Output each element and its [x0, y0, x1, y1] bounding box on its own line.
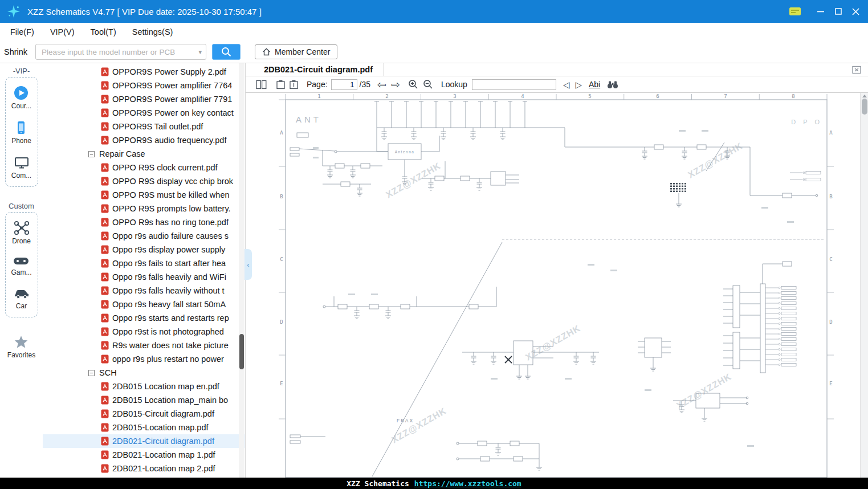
license-card-icon[interactable]	[789, 6, 801, 17]
sidebar-item-car[interactable]: Car	[14, 287, 30, 310]
tree-item[interactable]: oppo r9s plus restart no power	[43, 352, 245, 366]
tree-item[interactable]: OPPO R9S prompts low battery.	[43, 202, 245, 215]
tree-item-label: oppo r9s plus restart no power	[112, 354, 224, 364]
sidebar-item-course[interactable]: Cour...	[11, 85, 31, 110]
two-page-view-icon[interactable]	[256, 80, 267, 89]
chevron-down-icon[interactable]	[199, 48, 202, 56]
tree-item[interactable]: Oppo r9s fails to start after hea	[43, 256, 245, 270]
zoom-in-button[interactable]	[408, 79, 418, 89]
sidebar-item-drone[interactable]: Drone	[12, 221, 31, 245]
page-number-input[interactable]	[331, 79, 357, 90]
previous-page-button[interactable]: ⇦	[377, 79, 386, 90]
tree-item-label: Oppo r9s falls heavily without t	[112, 286, 225, 295]
page-total-label: /35	[360, 80, 370, 89]
pdf-file-icon	[101, 108, 109, 117]
tree-item[interactable]: 2DB021-Location map 2.pdf	[43, 462, 245, 475]
binoculars-search-button[interactable]	[607, 80, 618, 89]
tree-item[interactable]: OPPOR9S Tail outlet.pdf	[43, 120, 245, 133]
model-search-box[interactable]	[35, 44, 206, 60]
tree-item[interactable]: OPPO R9s has no ring tone.pdf	[43, 215, 245, 229]
sidebar: -VIP- Cour... Phone Com... Custom Drone …	[0, 63, 43, 478]
pdf-scrollbar[interactable]	[860, 93, 868, 478]
sidebar-item-computer[interactable]: Com...	[11, 155, 31, 180]
collapse-minus-icon[interactable]	[88, 370, 95, 376]
tree-item[interactable]: Oppo r9s falls heavily without t	[43, 284, 245, 298]
tree-item[interactable]: OPPOR9S Power amplifier 7791	[43, 92, 245, 106]
sidebar-item-game[interactable]: Gam...	[11, 255, 31, 276]
model-search-input[interactable]	[36, 48, 206, 56]
tree-item[interactable]: Oppo r9s audio failure causes s	[43, 229, 245, 243]
gamepad-icon	[13, 255, 29, 267]
close-button[interactable]	[847, 0, 865, 23]
svg-text:D P O: D P O	[791, 119, 822, 125]
tree-item[interactable]: 2DB021-Location map 1.pdf	[43, 448, 245, 462]
tree-item[interactable]: Oppo r9s display power supply	[43, 243, 245, 256]
pdf-viewer[interactable]: 12345678 ABCDE ABCDE XZZ@XZZHK XZZ@XZZHK…	[246, 93, 868, 478]
panel-collapse-handle[interactable]	[244, 249, 252, 280]
find-next-button[interactable]: ▷	[575, 80, 582, 89]
vip-group-label: -VIP-	[13, 67, 30, 75]
titlebar: XZZ Schematics V4.77 [ VIP Due date: 202…	[0, 0, 868, 23]
tree-item[interactable]: Oppo r9s falls heavily and WiFi	[43, 270, 245, 284]
menu-file[interactable]: File(F)	[2, 27, 42, 36]
tree-item[interactable]: OPPO R9S display vcc chip brok	[43, 174, 245, 188]
file-tree-panel[interactable]: OPPOR9S Power Supply 2.pdf OPPOR9S Power…	[43, 63, 245, 478]
tree-item[interactable]: OPPOR9S Power on key contact	[43, 106, 245, 120]
tree-item[interactable]: 2DB015-Location map.pdf	[43, 421, 245, 434]
document-tab[interactable]: 2DB021-Circuit diagram.pdf	[246, 63, 384, 76]
match-case-button[interactable]: Abi	[589, 80, 600, 89]
menu-settings[interactable]: Settings(S)	[124, 27, 181, 36]
tree-scrollbar-thumb[interactable]	[239, 334, 244, 369]
tree-item[interactable]: OPPOR9S Power Supply 2.pdf	[43, 65, 245, 79]
pdf-toolbar: Page: /35 ⇦ ⇨ Lookup ◁ ▷ Abi	[246, 76, 868, 93]
tree-item[interactable]: SCH	[43, 366, 245, 380]
menu-vip[interactable]: VIP(V)	[42, 27, 83, 36]
tree-item-label: Oppo r9s starts and restarts rep	[112, 313, 229, 323]
zoom-out-button[interactable]	[423, 79, 433, 89]
find-previous-button[interactable]: ◁	[563, 80, 570, 89]
tree-item-label: 2DB021-Location map 1.pdf	[112, 450, 215, 459]
tree-item-label: OPPOR9S Power amplifier 7791	[112, 95, 232, 104]
sidebar-item-favorites[interactable]: Favorites	[7, 335, 35, 359]
tree-item[interactable]: OPPOR9S audio frequency.pdf	[43, 133, 245, 147]
minimize-button[interactable]	[812, 0, 829, 23]
menu-tool[interactable]: Tool(T)	[83, 27, 124, 36]
tree-item[interactable]: 2DB015 Location map en.pdf	[43, 380, 245, 393]
tree-item-label: Oppo r9s audio failure causes s	[112, 231, 229, 241]
tree-item[interactable]: R9s water does not take picture	[43, 339, 245, 352]
pdf-file-icon	[101, 396, 109, 405]
schematic-page: 12345678 ABCDE ABCDE XZZ@XZZHK XZZ@XZZHK…	[246, 93, 861, 478]
clipboard-copy-icon[interactable]	[276, 80, 286, 89]
tree-item[interactable]: 2DB015-Circuit diagram.pdf	[43, 407, 245, 421]
tree-item[interactable]: Oppo r9s starts and restarts rep	[43, 311, 245, 325]
pdf-file-icon	[101, 177, 109, 186]
pdf-file-icon	[101, 163, 109, 172]
tree-item[interactable]: OPPO R9S clock current.pdf	[43, 161, 245, 174]
svg-text:B: B	[280, 194, 283, 199]
tree-item[interactable]: OPPOR9S Power amplifier 7764	[43, 79, 245, 92]
sidebar-item-phone[interactable]: Phone	[11, 120, 31, 145]
pdf-file-icon	[101, 231, 109, 241]
svg-text:FBAX: FBAX	[397, 418, 414, 423]
toolbar: Shrink Member Center	[0, 41, 868, 63]
tree-item[interactable]: Oppo r9s heavy fall start 50mA	[43, 298, 245, 311]
tree-item[interactable]: 2DB021-Circuit diagram.pdf	[43, 434, 245, 448]
search-button[interactable]	[212, 44, 241, 60]
tree-item[interactable]: OPPO R9S must be killed when	[43, 188, 245, 202]
tree-scrollbar[interactable]	[239, 63, 244, 478]
lookup-input[interactable]	[472, 79, 556, 90]
close-document-icon[interactable]	[852, 66, 861, 74]
pdf-scrollbar-thumb[interactable]	[862, 99, 867, 115]
next-page-button[interactable]: ⇨	[391, 79, 400, 90]
clipboard-paste-icon[interactable]	[289, 80, 299, 89]
tree-item[interactable]: Repair Case	[43, 147, 245, 161]
collapse-minus-icon[interactable]	[88, 151, 95, 157]
home-icon	[262, 48, 271, 56]
member-center-button[interactable]: Member Center	[255, 44, 337, 59]
tree-item[interactable]: Oppo r9st is not photographed	[43, 325, 245, 339]
svg-text:8: 8	[792, 93, 794, 99]
maximize-button[interactable]	[829, 0, 847, 23]
status-link[interactable]: https://www.xzztools.com	[414, 479, 521, 488]
tree-item[interactable]: 2DB015 Location map_main bo	[43, 393, 245, 407]
shrink-button[interactable]: Shrink	[4, 47, 27, 56]
